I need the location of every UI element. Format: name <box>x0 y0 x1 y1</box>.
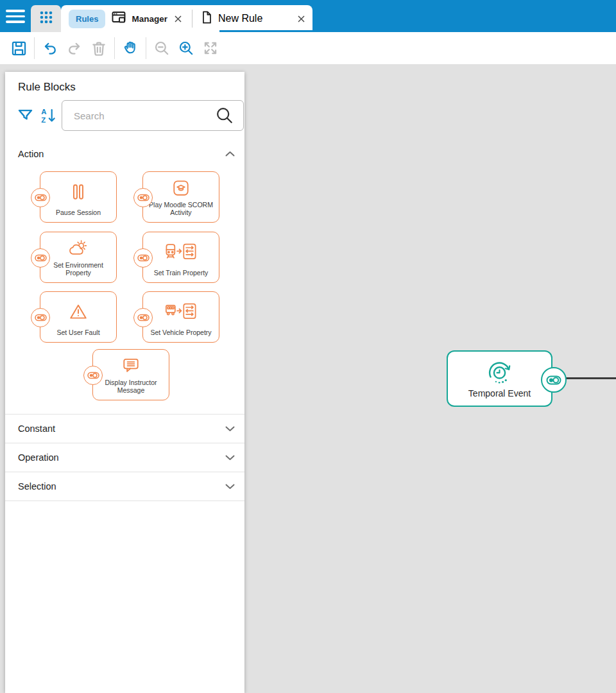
cloud-sun-icon <box>40 232 116 261</box>
rule-canvas[interactable]: Temporal Event Rule Blocks A Z <box>0 64 616 693</box>
chevron-up-icon <box>225 150 235 158</box>
search-icon <box>215 106 234 125</box>
toolbar-separator <box>114 37 115 59</box>
section-constant[interactable]: Constant <box>5 414 244 443</box>
tab-new-rule-label: New Rule <box>218 13 262 24</box>
app-grid-button[interactable] <box>31 5 61 32</box>
tab-new-rule-close-icon[interactable] <box>295 12 307 25</box>
block-port-icon[interactable] <box>83 366 103 385</box>
block-play-moodle-scorm[interactable]: Play Moodle SCORM Activity <box>142 171 219 223</box>
block-label: Set Train Property <box>143 269 219 282</box>
train-list-icon <box>143 232 219 269</box>
block-label: Set Vehicle Propetry <box>143 329 219 342</box>
graduation-cap-icon <box>143 172 219 201</box>
block-set-train-property[interactable]: Set Train Property <box>142 232 219 283</box>
block-label: Set Environment Property <box>40 261 116 282</box>
tab-manager[interactable]: Manager <box>105 5 190 32</box>
zoom-in-button[interactable] <box>174 36 198 60</box>
panel-controls: A Z <box>5 100 244 131</box>
section-constant-label: Constant <box>18 424 225 434</box>
section-action[interactable]: Action <box>5 142 244 166</box>
section-divider <box>5 501 244 501</box>
section-selection-label: Selection <box>18 481 225 492</box>
top-bar: Rules Manager <box>0 0 616 32</box>
editor-toolbar <box>0 32 616 64</box>
vehicle-list-icon <box>143 292 219 329</box>
filter-button[interactable] <box>15 105 35 126</box>
toolbar-separator <box>146 37 146 59</box>
block-label: Display Instructor Message <box>93 379 169 400</box>
fit-view-button[interactable] <box>198 36 223 60</box>
block-set-environment-property[interactable]: Set Environment Property <box>40 232 117 283</box>
chevron-down-icon <box>225 425 235 432</box>
pan-hand-button[interactable] <box>118 36 142 60</box>
document-icon <box>200 10 214 28</box>
connection-edge <box>563 377 616 379</box>
window-icon <box>110 10 127 28</box>
zoom-out-button[interactable] <box>150 36 174 60</box>
node-label: Temporal Event <box>468 388 531 406</box>
block-set-vehicle-property[interactable]: Set Vehicle Propetry <box>142 291 219 343</box>
tab-strip: Rules Manager <box>61 5 312 32</box>
grid-dots-icon <box>38 9 55 28</box>
delete-button[interactable] <box>87 36 111 60</box>
search-box <box>62 100 244 131</box>
save-button[interactable] <box>6 36 31 60</box>
block-set-user-fault[interactable]: Set User Fault <box>40 291 117 343</box>
rules-badge[interactable]: Rules <box>69 10 105 28</box>
section-operation-label: Operation <box>18 452 225 463</box>
message-bubble-icon <box>93 350 169 379</box>
block-label: Set User Fault <box>40 329 116 342</box>
chevron-down-icon <box>225 483 235 490</box>
block-port-icon[interactable] <box>133 248 153 268</box>
block-display-instructor-message[interactable]: Display Instructor Message <box>92 349 169 400</box>
block-port-icon[interactable] <box>133 188 153 207</box>
svg-text:Z: Z <box>41 116 46 123</box>
undo-button[interactable] <box>38 36 62 60</box>
tab-manager-close-icon[interactable] <box>172 12 185 25</box>
tab-new-rule[interactable]: New Rule <box>194 5 312 32</box>
section-selection[interactable]: Selection <box>5 472 244 501</box>
temporal-clock-icon <box>484 352 515 388</box>
section-action-label: Action <box>18 149 225 159</box>
chevron-down-icon <box>225 454 235 461</box>
svg-text:A: A <box>41 108 46 116</box>
redo-button[interactable] <box>62 36 87 60</box>
block-port-icon[interactable] <box>31 308 50 327</box>
node-output-port[interactable] <box>541 367 567 393</box>
section-operation[interactable]: Operation <box>5 443 244 472</box>
rule-blocks-panel: Rule Blocks A Z <box>5 72 244 693</box>
tab-manager-label: Manager <box>132 14 167 24</box>
block-port-icon[interactable] <box>31 248 50 268</box>
block-port-icon[interactable] <box>31 188 50 207</box>
panel-title: Rule Blocks <box>18 81 76 94</box>
block-label: Pause Session <box>40 209 116 222</box>
search-input[interactable] <box>62 110 215 121</box>
pause-icon <box>40 172 116 209</box>
block-port-icon[interactable] <box>133 308 153 327</box>
block-label: Play Moodle SCORM Activity <box>143 201 219 222</box>
toolbar-separator <box>34 37 35 59</box>
tab-divider <box>192 10 193 28</box>
node-temporal-event[interactable]: Temporal Event <box>447 350 552 407</box>
hamburger-menu-icon[interactable] <box>6 10 25 23</box>
warning-triangle-icon <box>40 292 116 329</box>
collapsed-sections: Constant Operation Selection <box>5 414 244 501</box>
block-pause-session[interactable]: Pause Session <box>40 171 117 223</box>
sort-az-button[interactable]: A Z <box>37 105 58 126</box>
